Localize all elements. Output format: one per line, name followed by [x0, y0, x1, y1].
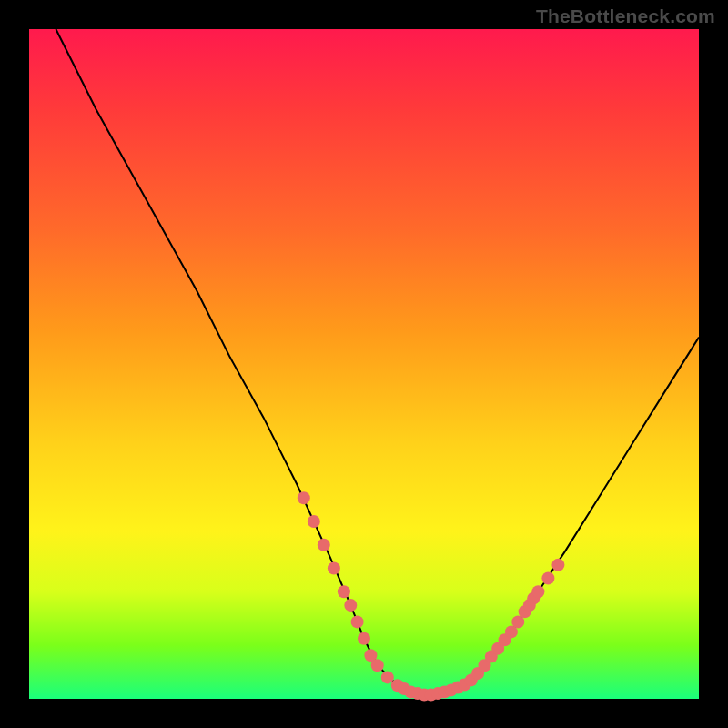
curve-marker-dot [531, 585, 544, 598]
curve-marker-dot [344, 599, 357, 612]
curve-marker-dot [318, 539, 330, 551]
curve-marker-dot [381, 671, 394, 683]
curve-markers [298, 491, 565, 701]
bottleneck-curve [56, 29, 699, 699]
chart-svg [29, 29, 699, 699]
curve-marker-dot [371, 659, 384, 672]
curve-marker-dot [358, 632, 370, 645]
curve-marker-dot [541, 572, 554, 585]
curve-marker-dot [351, 615, 364, 628]
curve-marker-dot [308, 515, 320, 528]
watermark-text: TheBottleneck.com [536, 5, 715, 27]
plot-area [29, 29, 699, 699]
curve-marker-dot [298, 491, 310, 504]
chart-stage: TheBottleneck.com [0, 0, 728, 728]
curve-marker-dot [328, 562, 340, 575]
curve-marker-dot [338, 585, 350, 598]
curve-marker-dot [551, 559, 564, 571]
